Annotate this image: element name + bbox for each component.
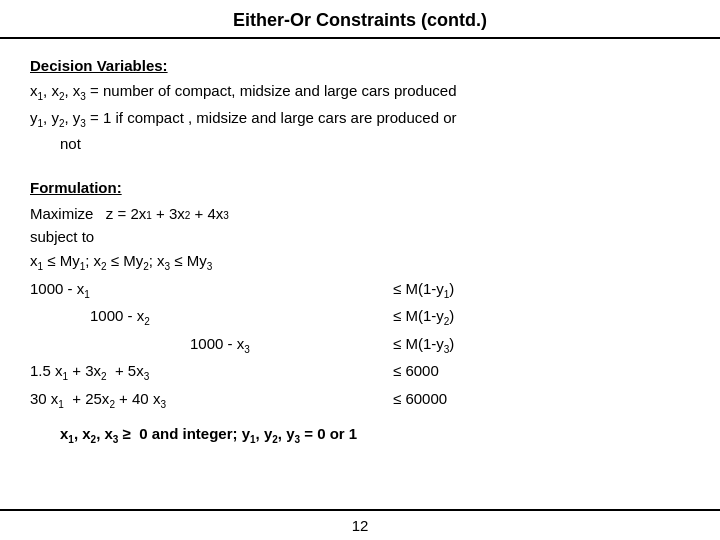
- constraint-row-4: 1000 - x3 ≤ M(1-y3): [30, 331, 690, 359]
- constraint-row-1: x1 ≤ My1; x2 ≤ My2; x3 ≤ My3: [30, 248, 690, 276]
- page-title: Either-Or Constraints (contd.): [0, 0, 720, 39]
- constraints-table: x1 ≤ My1; x2 ≤ My2; x3 ≤ My3 1000 - x1 ≤…: [30, 248, 690, 413]
- dv-line-3: not: [30, 133, 690, 155]
- page-number: 12: [352, 517, 369, 534]
- dv-line-2: y1, y2, y3 = 1 if compact , midsize and …: [30, 107, 690, 132]
- constraint-2-left: 1000 - x1: [30, 276, 393, 304]
- maximize-line: Maximize z = 2x1 + 3x2 + 4x3: [30, 202, 690, 225]
- content-area: Decision Variables: x1, x2, x3 = number …: [0, 39, 720, 509]
- constraint-3-left: 1000 - x2: [30, 303, 393, 331]
- constraint-3-right: ≤ M(1-y2): [393, 303, 690, 331]
- formulation-content: Maximize z = 2x1 + 3x2 + 4x3 subject to …: [30, 202, 690, 448]
- decision-variables-header: Decision Variables:: [30, 57, 690, 74]
- formulation-section: Formulation: Maximize z = 2x1 + 3x2 + 4x…: [30, 175, 690, 448]
- integer-constraint-line: x1, x2, x3 ≥ 0 and integer; y1, y2, y3 =…: [60, 423, 690, 447]
- constraint-6-left: 30 x1 + 25x2 + 40 x3: [30, 386, 393, 414]
- constraint-row-6: 30 x1 + 25x2 + 40 x3 ≤ 60000: [30, 386, 690, 414]
- formulation-header: Formulation:: [30, 179, 690, 196]
- constraint-row-3: 1000 - x2 ≤ M(1-y2): [30, 303, 690, 331]
- constraint-2-right: ≤ M(1-y1): [393, 276, 690, 304]
- subject-to-line: subject to: [30, 225, 690, 248]
- dv-line-1: x1, x2, x3 = number of compact, midsize …: [30, 80, 690, 105]
- constraint-row-5: 1.5 x1 + 3x2 + 5x3 ≤ 6000: [30, 358, 690, 386]
- constraint-1-right: [393, 248, 690, 276]
- constraint-6-right: ≤ 60000: [393, 386, 690, 414]
- constraint-4-left: 1000 - x3: [30, 331, 393, 359]
- constraint-row-2: 1000 - x1 ≤ M(1-y1): [30, 276, 690, 304]
- constraint-4-right: ≤ M(1-y3): [393, 331, 690, 359]
- subject-to-text: subject to: [30, 225, 94, 248]
- constraint-1-left: x1 ≤ My1; x2 ≤ My2; x3 ≤ My3: [30, 248, 393, 276]
- decision-variables-section: Decision Variables: x1, x2, x3 = number …: [30, 53, 690, 157]
- footer: 12: [0, 509, 720, 540]
- constraint-5-left: 1.5 x1 + 3x2 + 5x3: [30, 358, 393, 386]
- page: Either-Or Constraints (contd.) Decision …: [0, 0, 720, 540]
- constraint-5-right: ≤ 6000: [393, 358, 690, 386]
- maximize-label: Maximize z = 2x: [30, 202, 146, 225]
